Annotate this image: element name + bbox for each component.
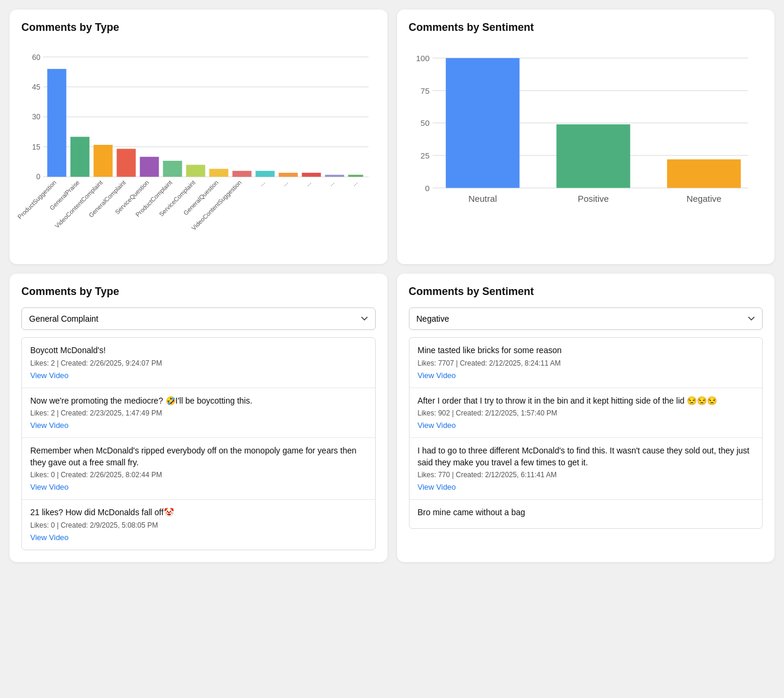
view-video-link[interactable]: View Video <box>30 421 69 430</box>
svg-text:ProductSuggestion: ProductSuggestion <box>17 179 58 221</box>
svg-rect-15 <box>163 161 182 177</box>
svg-rect-23 <box>348 175 363 177</box>
svg-text:Neutral: Neutral <box>468 194 497 204</box>
comment-meta: Likes: 770 | Created: 2/12/2025, 6:11:41… <box>418 471 754 479</box>
svg-rect-50 <box>666 159 740 188</box>
comment-meta: Likes: 2 | Created: 2/23/2025, 1:47:49 P… <box>30 409 367 417</box>
svg-text:Negative: Negative <box>686 194 721 204</box>
comment-meta: Likes: 0 | Created: 2/26/2025, 8:02:44 P… <box>30 471 367 479</box>
view-video-link[interactable]: View Video <box>418 371 456 380</box>
comments-sentiment-dropdown[interactable]: Negative Neutral Positive <box>409 307 763 330</box>
chart-by-sentiment-title: Comments by Sentiment <box>409 21 763 34</box>
svg-rect-49 <box>556 124 630 188</box>
svg-text:15: 15 <box>32 143 40 151</box>
svg-rect-14 <box>140 157 159 177</box>
comment-meta: Likes: 2 | Created: 2/26/2025, 9:24:07 P… <box>30 359 367 367</box>
comment-text: I had to go to three different McDonald'… <box>418 445 754 468</box>
bar-chart-sentiment-svg: 100 75 50 25 0 Neutral Positive Negative <box>409 43 763 250</box>
comments-sentiment-list: Mine tasted like bricks for some reason … <box>409 337 763 529</box>
svg-text:...: ... <box>258 179 266 188</box>
list-item: Remember when McDonald's ripped everybod… <box>22 438 375 500</box>
comment-text: 21 likes? How did McDonalds fall off🤡 <box>30 507 367 519</box>
bar-chart-type-svg: 60 45 30 15 0 <box>21 43 376 234</box>
view-video-link[interactable]: View Video <box>30 371 69 380</box>
svg-text:25: 25 <box>420 151 430 160</box>
svg-text:75: 75 <box>420 87 430 96</box>
chart-by-type-card: Comments by Type 60 45 30 15 0 <box>9 9 388 264</box>
svg-text:...: ... <box>327 179 335 188</box>
comment-meta: Likes: 7707 | Created: 2/12/2025, 8:24:1… <box>418 359 754 367</box>
comments-by-type-card: Comments by Type General Complaint Produ… <box>9 274 388 562</box>
view-video-link[interactable]: View Video <box>418 421 456 430</box>
svg-text:Positive: Positive <box>577 194 608 204</box>
comment-text: Remember when McDonald's ripped everybod… <box>30 445 367 468</box>
svg-rect-18 <box>233 171 252 177</box>
list-item: Boycott McDonald's! Likes: 2 | Created: … <box>22 338 375 388</box>
svg-rect-12 <box>94 145 113 177</box>
list-item: Now we're promoting the mediocre? 🤣I'll … <box>22 388 375 439</box>
view-video-link[interactable]: View Video <box>418 483 456 491</box>
comment-text: Mine tasted like bricks for some reason <box>418 345 754 357</box>
comment-text: Now we're promoting the mediocre? 🤣I'll … <box>30 395 367 407</box>
comment-text: Bro mine came without a bag <box>418 507 754 519</box>
list-item: Bro mine came without a bag <box>410 500 763 528</box>
comments-by-type-title: Comments by Type <box>21 285 376 298</box>
list-item: Mine tasted like bricks for some reason … <box>410 338 763 388</box>
svg-text:30: 30 <box>32 113 40 121</box>
chart-by-sentiment-area: 100 75 50 25 0 Neutral Positive Negative <box>409 43 763 252</box>
comments-type-list: Boycott McDonald's! Likes: 2 | Created: … <box>21 337 376 550</box>
svg-text:0: 0 <box>36 173 40 181</box>
list-item: After I order that I try to throw it in … <box>410 388 763 439</box>
svg-text:...: ... <box>281 179 289 188</box>
list-item: I had to go to three different McDonald'… <box>410 438 763 500</box>
svg-text:...: ... <box>350 179 358 188</box>
comments-by-sentiment-card: Comments by Sentiment Negative Neutral P… <box>397 274 775 562</box>
chart-by-sentiment-card: Comments by Sentiment 100 75 50 25 0 <box>397 9 775 264</box>
comments-by-sentiment-title: Comments by Sentiment <box>409 285 763 298</box>
svg-rect-48 <box>446 58 519 188</box>
svg-rect-11 <box>71 137 90 176</box>
svg-rect-21 <box>302 173 321 177</box>
svg-text:60: 60 <box>32 53 40 62</box>
svg-rect-17 <box>210 169 228 176</box>
svg-text:VideoContentSuggestion: VideoContentSuggestion <box>191 179 243 232</box>
svg-rect-19 <box>256 171 275 177</box>
svg-rect-20 <box>279 173 298 177</box>
view-video-link[interactable]: View Video <box>30 483 69 491</box>
svg-rect-16 <box>186 165 205 177</box>
chart-by-type-area: 60 45 30 15 0 <box>21 43 376 236</box>
view-video-link[interactable]: View Video <box>30 533 69 542</box>
list-item: 21 likes? How did McDonalds fall off🤡 Li… <box>22 500 375 550</box>
chart-by-type-title: Comments by Type <box>21 21 376 34</box>
svg-text:100: 100 <box>416 54 430 63</box>
comments-type-dropdown[interactable]: General Complaint ProductSuggestion Gene… <box>21 307 376 330</box>
svg-rect-10 <box>47 69 66 177</box>
svg-rect-13 <box>117 149 136 177</box>
comment-meta: Likes: 0 | Created: 2/9/2025, 5:08:05 PM <box>30 521 367 529</box>
comment-text: After I order that I try to throw it in … <box>418 395 754 407</box>
svg-rect-22 <box>325 175 344 177</box>
dashboard: Comments by Type 60 45 30 15 0 <box>9 9 775 562</box>
svg-text:0: 0 <box>425 184 430 193</box>
svg-text:50: 50 <box>420 119 430 128</box>
svg-text:45: 45 <box>32 83 40 91</box>
comment-text: Boycott McDonald's! <box>30 345 367 357</box>
comment-meta: Likes: 902 | Created: 2/12/2025, 1:57:40… <box>418 409 754 417</box>
svg-text:...: ... <box>304 179 312 188</box>
